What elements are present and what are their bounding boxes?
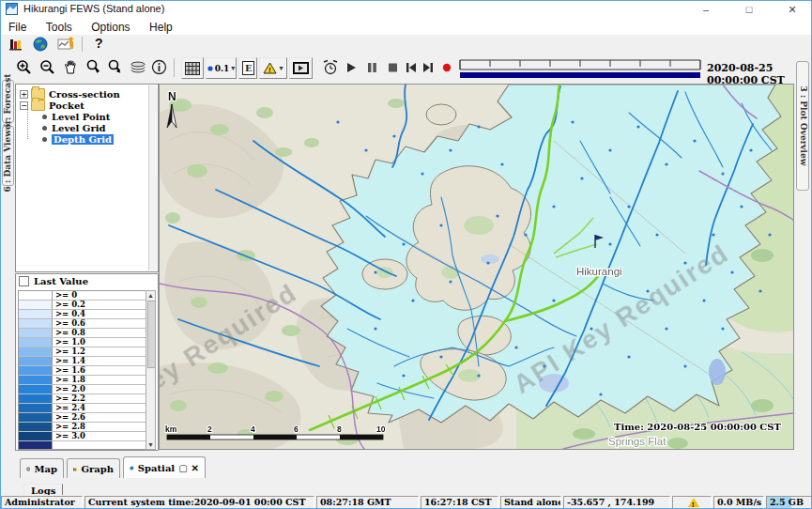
map-time-label: Time: 2020-08-25 00:00:00 CST xyxy=(614,422,782,432)
legend-swatch xyxy=(19,329,53,337)
legend-swatch xyxy=(19,291,53,300)
zoom-out-icon[interactable] xyxy=(39,59,55,75)
info-icon[interactable] xyxy=(151,59,167,75)
timeseries-import-icon[interactable] xyxy=(57,37,74,52)
last-value-label: Last Value xyxy=(34,276,88,286)
help-icon[interactable]: ? xyxy=(95,36,103,51)
bar-chart-icon xyxy=(73,463,77,475)
last-value-checkbox[interactable]: Last Value xyxy=(19,276,88,286)
tab-plot-overview[interactable]: 3 : Plot Overview xyxy=(796,61,809,191)
map-canvas[interactable]: API Key Required API Key Required Hikura… xyxy=(159,84,794,450)
warning-threshold-button[interactable]: ! ▾ xyxy=(259,57,287,79)
tab-graph[interactable]: Graph xyxy=(67,458,120,478)
step-forward-icon[interactable] xyxy=(422,62,434,73)
menu-bar: File Tools Options Help xyxy=(1,18,811,36)
tree-connector xyxy=(27,110,29,139)
svg-text:4: 4 xyxy=(251,424,255,434)
chevron-down-icon: ▾ xyxy=(279,64,283,72)
status-coordinates: -35.657 , 174.199 xyxy=(563,496,670,509)
globe-icon xyxy=(130,462,134,474)
window-title: Hikurangi FEWS (Stand alone) xyxy=(23,3,164,14)
wireframe-globe-icon xyxy=(26,463,30,475)
legend-swatch xyxy=(19,338,53,347)
scroll-up-icon[interactable]: ▲ xyxy=(146,291,155,300)
map-globe-icon[interactable] xyxy=(33,37,48,52)
selected-node-label: Depth Grid xyxy=(52,134,114,145)
time-slider[interactable] xyxy=(459,57,701,80)
zoom-in-icon[interactable] xyxy=(16,59,32,75)
title-bar[interactable]: Hikurangi FEWS (Stand alone) – □ ✕ xyxy=(1,1,811,18)
scroll-down-icon[interactable]: ▼ xyxy=(146,440,155,449)
legend-swatch xyxy=(19,376,53,384)
map-toolbar: 0.1 ▾ E ! ▾ xyxy=(1,54,811,84)
toolbar-separator xyxy=(82,37,83,52)
play-icon[interactable] xyxy=(346,62,357,73)
tab-data-viewer[interactable]: 6 : Data Viewer xyxy=(2,126,14,186)
menu-help[interactable]: Help xyxy=(142,19,180,36)
svg-text:!: ! xyxy=(268,66,271,74)
legend-swatch xyxy=(19,319,53,328)
status-transfer-rate: 0.0 MB/s xyxy=(713,496,764,509)
svg-text:E: E xyxy=(245,63,253,73)
close-button[interactable]: ✕ xyxy=(774,1,811,18)
collapse-icon[interactable]: − xyxy=(20,101,28,110)
menu-tools[interactable]: Tools xyxy=(38,19,80,36)
svg-text:km: km xyxy=(165,424,177,434)
value-label-text: 0.1 xyxy=(215,64,230,73)
status-bar: Administrator Current system time:2020-0… xyxy=(1,495,812,509)
legend-swatch xyxy=(19,385,53,393)
status-system-time: Current system time:2020-09-01 00:00 CST xyxy=(84,496,314,509)
tree-node-level-point[interactable]: Level Point xyxy=(40,111,110,122)
leaf-bullet-icon xyxy=(42,137,47,142)
database-bars-icon[interactable] xyxy=(8,37,23,52)
svg-text:2: 2 xyxy=(207,424,212,434)
status-warning[interactable] xyxy=(672,496,712,509)
tree-node-level-grid[interactable]: Level Grid xyxy=(40,122,105,133)
tree-node-depth-grid[interactable]: Depth Grid xyxy=(40,133,114,145)
status-gmt-time: 08:27:18 GMT xyxy=(316,496,419,509)
scrollbar-thumb[interactable] xyxy=(147,301,156,368)
step-back-icon[interactable] xyxy=(406,62,417,73)
tab-forecast[interactable]: 5 : Forecast xyxy=(2,80,14,123)
tab-spatial[interactable]: Spatial ▢ ✕ xyxy=(123,456,206,478)
legend-list: >= 0 >= 0.2 >= 0.4 >= 0.6 >= 0.8 >= 1.0 … xyxy=(18,290,146,450)
stop-icon[interactable] xyxy=(388,62,398,73)
status-local-time: 16:27:18 CST xyxy=(421,496,498,509)
animation-movie-button[interactable] xyxy=(289,57,313,79)
tab-map[interactable]: Map xyxy=(20,458,64,478)
expand-icon[interactable]: + xyxy=(20,90,28,99)
pan-hand-icon[interactable] xyxy=(63,59,79,75)
legend-button[interactable]: E xyxy=(238,57,257,79)
minimize-button[interactable]: – xyxy=(687,1,725,18)
fews-logo-icon xyxy=(6,3,18,15)
pause-icon[interactable] xyxy=(367,62,377,73)
legend-swatch xyxy=(19,441,53,450)
record-icon[interactable] xyxy=(442,63,452,72)
legend-swatch xyxy=(19,423,53,431)
legend-swatch xyxy=(19,413,53,422)
status-memory: 2.5 GB xyxy=(766,496,812,509)
menu-options[interactable]: Options xyxy=(84,19,137,36)
grid-display-button[interactable] xyxy=(181,57,204,79)
animation-clock-icon[interactable] xyxy=(322,59,339,76)
zoom-next-icon[interactable] xyxy=(107,59,124,75)
undock-icon[interactable]: ▢ xyxy=(178,463,187,473)
menu-file[interactable]: File xyxy=(1,19,34,36)
legend-swatch xyxy=(19,347,53,356)
leaf-bullet-icon xyxy=(42,126,47,131)
toolbar-separator xyxy=(174,58,175,77)
town-label: Hikurangi xyxy=(576,266,622,277)
tree-scrollbar[interactable] xyxy=(148,85,157,270)
maximize-button[interactable]: □ xyxy=(730,1,768,18)
legend-scrollbar[interactable]: ▲ ▼ xyxy=(146,290,156,450)
locality-label: Springs Flat xyxy=(608,436,666,447)
layers-icon[interactable] xyxy=(130,61,146,74)
checkbox-icon[interactable] xyxy=(19,276,29,286)
value-label-button[interactable]: 0.1 ▾ xyxy=(206,57,237,79)
close-tab-icon[interactable]: ✕ xyxy=(192,463,199,473)
view-tab-strip: Map Graph Spatial ▢ ✕ xyxy=(1,458,794,479)
tree-node-pocket[interactable]: − Pocket xyxy=(20,100,84,111)
warning-icon xyxy=(688,498,699,507)
zoom-previous-icon[interactable] xyxy=(85,59,102,75)
status-user: Administrator xyxy=(1,496,83,509)
